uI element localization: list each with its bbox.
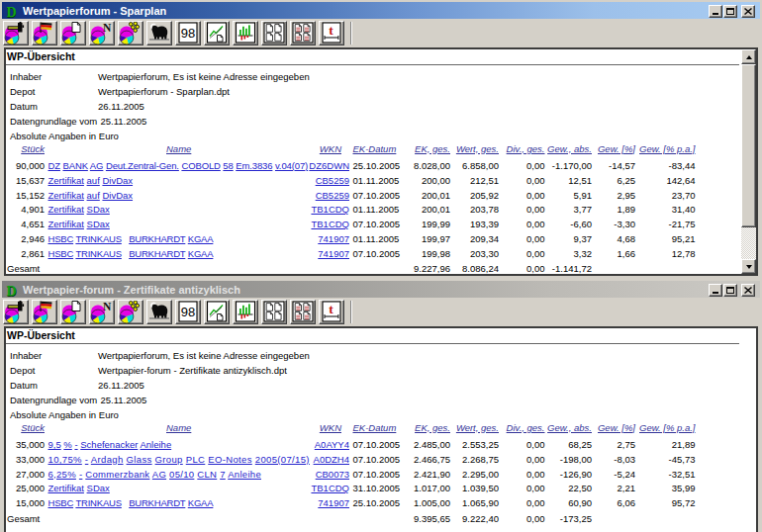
svg-text:N: N [103, 301, 112, 312]
svg-text:N: N [103, 22, 112, 34]
svg-text:t: t [329, 302, 333, 316]
svg-text:98: 98 [181, 305, 195, 319]
svg-text:t: t [329, 23, 333, 38]
svg-text:98: 98 [181, 26, 195, 41]
